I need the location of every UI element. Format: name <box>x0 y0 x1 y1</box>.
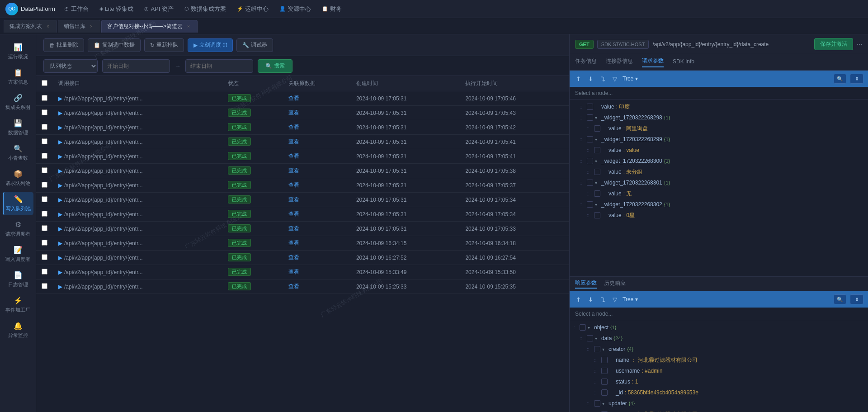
row-checkbox[interactable] <box>42 95 47 101</box>
tree-arrow[interactable]: ▾ <box>595 202 601 207</box>
tree-node-checkbox[interactable] <box>594 400 600 407</box>
tree-node[interactable]: ::▾_widget_1720322268299{1} <box>570 134 868 145</box>
tab-response-history[interactable]: 历史响应 <box>604 279 626 288</box>
save-activate-button[interactable]: 保存并激活 <box>814 38 853 50</box>
tree-expand-all-btn[interactable]: ⬇ <box>586 75 595 83</box>
view-link[interactable]: 查看 <box>288 225 299 232</box>
view-link[interactable]: 查看 <box>288 109 299 116</box>
start-date-input[interactable] <box>102 59 170 73</box>
row-checkbox[interactable] <box>42 211 47 217</box>
debugger-button[interactable]: 🔧 调试器 <box>236 38 273 52</box>
tree-node-checkbox[interactable] <box>601 357 608 363</box>
table-container[interactable]: 调用接口 状态 关联原数据 创建时间 执行开始时间 ▶/api/v2/app/{… <box>36 76 569 412</box>
tab-response-params[interactable]: 响应参数 <box>575 279 597 289</box>
play-icon[interactable]: ▶ <box>58 226 62 232</box>
tab-close-customer[interactable]: × <box>185 23 192 29</box>
row-checkbox[interactable] <box>42 182 47 188</box>
sidebar-item-log[interactable]: 📄 日志管理 <box>3 268 33 291</box>
tree-node[interactable]: :: value: value <box>570 145 868 156</box>
view-link[interactable]: 查看 <box>288 269 299 275</box>
sidebar-item-anomaly-monitor[interactable]: 🔔 异常监控 <box>3 318 33 342</box>
resp-tree-collapse-btn[interactable]: ⬆ <box>574 295 583 304</box>
row-checkbox[interactable] <box>42 196 47 202</box>
tree-arrow[interactable]: ▾ <box>595 115 601 120</box>
play-icon[interactable]: ▶ <box>58 95 62 102</box>
tab-sdk-info[interactable]: SDK Info <box>673 58 694 66</box>
tree-node[interactable]: ::▾_widget_1720322268302{1} <box>570 199 868 210</box>
tree-node-checkbox[interactable] <box>587 180 593 186</box>
sidebar-item-integration-graph[interactable]: 🔗 集成关系图 <box>3 90 33 114</box>
view-link[interactable]: 查看 <box>288 153 299 159</box>
tab-request-params[interactable]: 请求参数 <box>642 57 664 67</box>
play-icon[interactable]: ▶ <box>58 240 62 246</box>
tab-task-info[interactable]: 任务信息 <box>575 57 597 67</box>
tree-node-checkbox[interactable] <box>587 104 593 110</box>
nav-item-ops[interactable]: ⚡运维中心 <box>237 5 269 13</box>
tree-node[interactable]: ::▾_widget_1720322268298{1} <box>570 112 868 123</box>
play-icon[interactable]: ▶ <box>58 197 62 203</box>
view-link[interactable]: 查看 <box>288 240 299 246</box>
row-checkbox[interactable] <box>42 269 47 275</box>
tree-node-checkbox[interactable] <box>594 190 600 197</box>
search-button[interactable]: 🔍 搜索 <box>258 59 292 73</box>
tree-arrow[interactable]: ▾ <box>595 180 601 185</box>
row-checkbox[interactable] <box>42 109 47 115</box>
tree-node[interactable]: :: value: 阿里询盘 <box>570 123 868 134</box>
view-link[interactable]: 查看 <box>288 167 299 174</box>
play-icon[interactable]: ▶ <box>58 255 62 261</box>
sidebar-item-event-factory[interactable]: ⚡ 事件加工厂 <box>3 293 33 317</box>
row-checkbox[interactable] <box>42 124 47 130</box>
play-icon[interactable]: ▶ <box>58 110 62 116</box>
tree-node[interactable]: :: name： 河北霾过滤器材有限公司 <box>570 409 868 412</box>
tree-node[interactable]: :: value: 无 <box>570 188 868 199</box>
row-checkbox[interactable] <box>42 167 47 173</box>
sidebar-item-request-scheduler[interactable]: ⚙ 请求调度者 <box>3 217 33 241</box>
sidebar-item-query[interactable]: 🔍 小青查数 <box>3 141 33 165</box>
tree-node-checkbox[interactable] <box>601 389 608 396</box>
tree-expand-collapse-btn[interactable]: ⇕ <box>850 74 863 84</box>
end-date-input[interactable] <box>185 59 253 73</box>
request-tree-content[interactable]: :: value: 印度::▾_widget_1720322268298{1}:… <box>570 99 868 276</box>
tree-node-checkbox[interactable] <box>594 169 600 175</box>
tree-arrow[interactable]: ▾ <box>595 336 601 341</box>
tab-connector-info[interactable]: 连接器信息 <box>606 57 633 67</box>
tree-node[interactable]: :: status: 1 <box>570 376 868 387</box>
view-link[interactable]: 查看 <box>288 283 299 289</box>
row-checkbox[interactable] <box>42 254 47 260</box>
bulk-delete-button[interactable]: 🗑 批量删除 <box>43 38 84 52</box>
sidebar-item-plan-info[interactable]: 📋 方案信息 <box>3 65 33 89</box>
tree-node-checkbox[interactable] <box>594 147 600 153</box>
sidebar-item-overview[interactable]: 📊 运行概况 <box>3 40 33 63</box>
tree-search-btn[interactable]: 🔍 <box>834 74 846 84</box>
play-icon[interactable]: ▶ <box>58 269 62 275</box>
tree-arrow[interactable]: ▾ <box>588 325 594 330</box>
copy-selected-button[interactable]: 📋 复制选中数据 <box>88 38 141 52</box>
tree-filter-btn[interactable]: ▽ <box>611 75 619 83</box>
schedule-now-button[interactable]: ▶ 立刻调度 dt <box>188 38 233 52</box>
view-link[interactable]: 查看 <box>288 138 299 145</box>
select-all-checkbox[interactable] <box>42 80 47 86</box>
tree-node[interactable]: ::▾data{24} <box>570 333 868 344</box>
tree-arrow[interactable]: ▾ <box>595 137 601 142</box>
tree-node-checkbox[interactable] <box>587 114 593 121</box>
tree-node[interactable]: ::▾_widget_1720322268301{1} <box>570 177 868 188</box>
tree-node-checkbox[interactable] <box>594 125 600 132</box>
tree-node-checkbox[interactable] <box>587 158 593 164</box>
tree-node-checkbox[interactable] <box>594 346 600 352</box>
nav-item-api[interactable]: ◎API 资产 <box>144 5 174 13</box>
nav-item-resources[interactable]: 👤资源中心 <box>279 5 311 13</box>
row-checkbox[interactable] <box>42 138 47 144</box>
tree-node-checkbox[interactable] <box>580 324 586 331</box>
request-tree-select-node[interactable]: Select a node... <box>570 87 868 99</box>
tree-node-checkbox[interactable] <box>587 201 593 208</box>
play-icon[interactable]: ▶ <box>58 124 62 131</box>
view-link[interactable]: 查看 <box>288 254 299 260</box>
tree-node[interactable]: :: value: 印度 <box>570 101 868 112</box>
response-tree-select-node[interactable]: Select a node... <box>570 308 868 320</box>
resp-tree-search-btn[interactable]: 🔍 <box>834 294 846 304</box>
resp-tree-dropdown-icon[interactable]: ▾ <box>635 296 638 303</box>
tree-collapse-all-btn[interactable]: ⬆ <box>574 75 583 83</box>
play-icon[interactable]: ▶ <box>58 284 62 290</box>
tab-solutions-list[interactable]: 集成方案列表 × <box>4 20 57 33</box>
play-icon[interactable]: ▶ <box>58 182 62 189</box>
